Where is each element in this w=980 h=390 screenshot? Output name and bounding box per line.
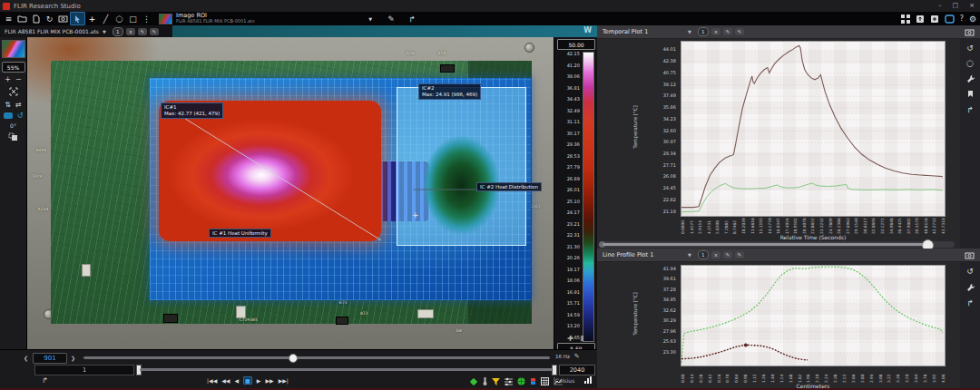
ic2-line-label[interactable]: IC #2 Heat Distribution — [476, 182, 542, 191]
frame-next-button[interactable]: ❯ — [71, 355, 75, 361]
temporal-settings-wrench-icon[interactable] — [966, 74, 975, 83]
camera-icon[interactable] — [56, 13, 70, 24]
temporal-close-button[interactable]: x — [711, 28, 720, 35]
active-window-icon[interactable] — [945, 15, 955, 24]
title-bar: FLIR Research Studio – □ × — [0, 0, 980, 13]
play-button[interactable]: ▶ — [257, 377, 261, 384]
timeline-slider[interactable] — [83, 356, 550, 359]
viewer-edit-button[interactable]: ✎ — [138, 28, 147, 35]
temporal-export-icon[interactable]: ↱ — [966, 105, 974, 114]
reset-view-icon[interactable]: ↺ — [17, 112, 24, 120]
cursor-tool[interactable] — [70, 12, 85, 25]
profile-settings-wrench-icon[interactable] — [966, 283, 975, 291]
more-tools-icon[interactable]: ⋮ — [140, 13, 153, 24]
timeline-slider-knob[interactable] — [289, 354, 298, 363]
sync-icon[interactable]: ↻ — [43, 13, 56, 24]
tag-icon[interactable] — [470, 377, 478, 385]
temporal-annotate-button[interactable]: ✎ — [735, 28, 744, 35]
flip-vertical-icon[interactable]: ⇅ — [5, 102, 11, 109]
frame-prev-button[interactable]: ❮ — [24, 355, 28, 361]
current-frame-input[interactable]: 901 — [33, 353, 67, 364]
temporal-dropdown-icon[interactable]: ▼ — [688, 29, 691, 34]
skip-to-start-button[interactable]: |◀◀ — [207, 377, 217, 384]
ellipse-tool[interactable]: ◯ — [113, 13, 126, 24]
profile-dropdown-icon[interactable]: ▼ — [688, 252, 691, 258]
profile-snapshot-icon[interactable] — [965, 251, 975, 259]
ic1-roi-label[interactable]: IC#1 Max: 42.77 (421, 479) — [161, 102, 223, 119]
viewer-file-dropdown-icon[interactable]: ▼ — [103, 29, 106, 34]
flip-horizontal-icon[interactable]: ⇄ — [15, 102, 22, 109]
temporal-undo-icon[interactable]: ↺ — [966, 44, 974, 53]
menu-icon[interactable]: ≡ — [2, 13, 15, 24]
thermal-image-viewport[interactable]: TP29R494R234R56B58C63C104C107C3543225C72… — [27, 37, 554, 349]
temporal-bookmark-icon[interactable] — [967, 90, 974, 98]
rotation-control[interactable]: 0° — [10, 123, 16, 129]
export-share-icon[interactable]: ↱ — [42, 376, 48, 385]
profile-edit-button[interactable]: ✎ — [723, 251, 732, 258]
temporal-scrollbar[interactable] — [603, 241, 955, 248]
scale-max-input[interactable]: 50.00 — [557, 39, 595, 50]
help-icon[interactable]: ? — [960, 15, 964, 23]
line-tool[interactable]: ╱ — [99, 13, 113, 24]
viewer-annotate-button[interactable]: ✎ — [150, 28, 159, 35]
viewer-close-button[interactable]: x — [126, 28, 135, 35]
upload-icon[interactable] — [916, 15, 925, 24]
settings-gear-icon[interactable]: ⚙ — [969, 15, 976, 24]
temporal-x-axis-title: Relative Time (Seconds) — [681, 234, 946, 240]
roi-dropdown-icon[interactable]: ▼ — [364, 13, 377, 24]
temporal-plot-area[interactable] — [681, 41, 946, 217]
preview-thumbnail[interactable] — [2, 40, 25, 58]
layout-grid-icon[interactable] — [901, 15, 910, 24]
pan-icon[interactable]: ✛ — [567, 335, 573, 388]
rect-tool[interactable]: □ — [126, 13, 140, 24]
flir-wordmark: W — [583, 26, 592, 34]
roi-share-icon[interactable]: ↱ — [406, 13, 419, 24]
thermometer-icon[interactable] — [483, 376, 487, 385]
palette-icon[interactable] — [4, 112, 13, 119]
open-folder-icon[interactable] — [15, 13, 29, 24]
profile-annotate-button[interactable]: ✎ — [735, 251, 744, 258]
profile-plot-area[interactable] — [681, 265, 946, 366]
roi-edit-icon[interactable]: ✎ — [385, 13, 398, 24]
temporal-y-axis-title: Temperature [°C] — [632, 105, 638, 148]
temporal-edit-button[interactable]: ✎ — [723, 28, 732, 35]
add-window-icon[interactable] — [930, 15, 939, 24]
zoom-out-icon[interactable]: − — [15, 76, 22, 83]
zoom-level[interactable]: 55% — [2, 62, 25, 73]
table-icon[interactable] — [541, 377, 549, 385]
trim-start-input[interactable]: 1 — [34, 365, 134, 375]
palette-limits-icon[interactable] — [530, 377, 536, 385]
thermal-overlay-region[interactable]: + IC#1 Max: 42.77 (421, 479) IC#2 Max: 2… — [150, 78, 531, 300]
ic1-line-label[interactable]: IC #1 Heat Uniformity — [209, 229, 271, 238]
step-back-button[interactable]: ◀ — [234, 377, 239, 384]
file-icon[interactable] — [29, 13, 43, 24]
profile-undo-icon[interactable]: ↺ — [966, 267, 974, 276]
plots-panel: Temporal Plot 1 ▼ 1 x ✎ ✎ Temperature [°… — [597, 25, 980, 390]
histogram-adjust-icon[interactable]: ⫴ — [581, 335, 583, 388]
trim-range-slider[interactable] — [140, 368, 554, 371]
palette-colorbar[interactable] — [583, 52, 594, 342]
move-tool[interactable]: + — [85, 13, 99, 24]
globe-icon[interactable] — [517, 377, 525, 385]
temporal-count-badge: 1 — [698, 27, 709, 36]
maximize-button[interactable]: □ — [953, 2, 959, 9]
copy-image-icon[interactable] — [8, 132, 18, 143]
viewer-file-select[interactable]: FLIR A8581 FLIR MIX PCB-0001.ats — [5, 28, 99, 34]
skip-to-end-button[interactable]: ▶▶| — [279, 377, 289, 384]
adjust-sliders-icon[interactable] — [505, 377, 513, 385]
profile-export-icon[interactable]: ↱ — [966, 298, 974, 307]
ic2-roi-label[interactable]: IC#2 Max: 24.91 (986, 469) — [418, 83, 481, 100]
fit-to-window-icon[interactable] — [9, 87, 18, 98]
close-button[interactable]: × — [969, 2, 975, 9]
fast-forward-button[interactable]: ▶▶ — [265, 377, 273, 384]
profile-close-button[interactable]: x — [711, 251, 720, 258]
zoom-in-icon[interactable]: + — [5, 76, 11, 83]
stop-button[interactable]: ■ — [243, 376, 252, 385]
profile-plot-title: Line Profile Plot 1 — [603, 251, 684, 258]
cursor-cross-marker: + — [412, 210, 419, 219]
rewind-button[interactable]: ◀◀ — [221, 377, 230, 384]
filter-icon[interactable] — [492, 377, 500, 385]
temporal-lasso-icon[interactable]: ◯ — [966, 60, 974, 67]
minimize-button[interactable]: – — [938, 2, 942, 9]
temporal-snapshot-icon[interactable] — [965, 28, 975, 36]
